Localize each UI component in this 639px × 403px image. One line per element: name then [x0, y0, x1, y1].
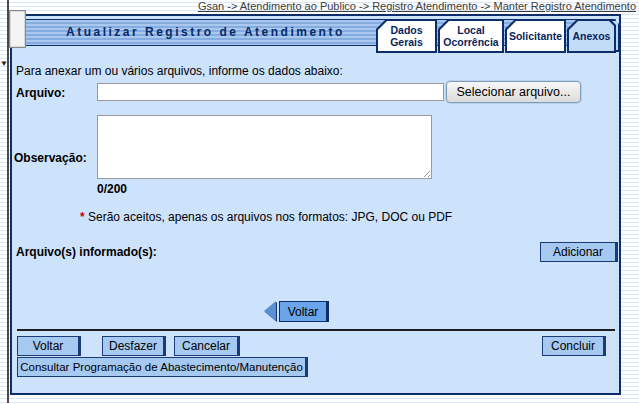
voltar-center-button[interactable]: Voltar	[279, 301, 329, 322]
breadcrumb[interactable]: Gsan -> Atendimento ao Publico -> Regist…	[0, 0, 636, 13]
back-arrow-icon[interactable]	[264, 301, 276, 321]
tab-label: Anexos	[573, 30, 611, 42]
tab-local-ocorrencia[interactable]: Local Ocorrência	[438, 19, 504, 53]
char-counter: 0/200	[97, 182, 127, 196]
required-asterisk: *	[80, 210, 85, 224]
footer-divider	[17, 329, 615, 331]
select-file-button[interactable]: Selecionar arquivo...	[446, 81, 581, 103]
formats-note: Serão aceitos, apenas os arquivos nos fo…	[88, 210, 452, 224]
main-panel: Atualizar Registro de Atendimento Dados …	[10, 14, 621, 395]
cancelar-button[interactable]: Cancelar	[174, 336, 240, 356]
tab-label: Dados Gerais	[380, 24, 433, 48]
consultar-programacao-button[interactable]: Consultar Programação de Abastecimento/M…	[17, 357, 308, 377]
desfazer-button[interactable]: Desfazer	[102, 336, 166, 356]
arquivos-informados-label: Arquivo(s) informado(s):	[16, 245, 157, 259]
observacao-label: Observação:	[14, 151, 87, 165]
tab-label: Local Ocorrência	[442, 24, 500, 48]
concluir-button[interactable]: Concluir	[542, 336, 606, 356]
arquivo-input[interactable]	[97, 83, 444, 101]
tab-solicitante[interactable]: Solicitante	[505, 19, 566, 53]
frame-divider	[7, 0, 9, 403]
arquivo-label: Arquivo:	[16, 86, 65, 100]
tab-anexos[interactable]: Anexos	[567, 19, 616, 53]
page-title: Atualizar Registro de Atendimento	[66, 20, 345, 45]
adicionar-button[interactable]: Adicionar	[540, 242, 618, 262]
intro-text: Para anexar um ou vários arquivos, infor…	[16, 64, 343, 78]
scrollbar-remnant[interactable]	[9, 10, 26, 48]
tab-label: Solicitante	[509, 30, 562, 42]
dropdown-arrow-icon: ▼	[0, 59, 7, 69]
tab-dados-gerais[interactable]: Dados Gerais	[376, 19, 437, 53]
observacao-textarea[interactable]	[97, 115, 432, 179]
voltar-button[interactable]: Voltar	[17, 336, 81, 356]
